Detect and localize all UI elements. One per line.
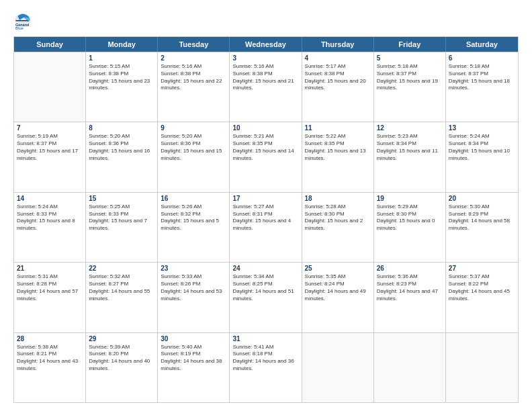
day-number: 15: [89, 195, 154, 202]
calendar-cell-day-1: 1Sunrise: 5:15 AM Sunset: 8:38 PM Daylig…: [86, 52, 158, 122]
day-number: 1: [89, 54, 154, 62]
calendar-cell-day-26: 26Sunrise: 5:36 AM Sunset: 8:23 PM Dayli…: [374, 263, 446, 332]
day-number: 7: [17, 124, 83, 132]
calendar-cell-empty: [302, 333, 374, 402]
cell-info: Sunrise: 5:36 AM Sunset: 8:23 PM Dayligh…: [377, 273, 443, 302]
day-number: 27: [449, 265, 515, 272]
day-number: 20: [449, 195, 515, 202]
svg-text:Blue: Blue: [15, 26, 24, 30]
calendar-cell-day-22: 22Sunrise: 5:32 AM Sunset: 8:27 PM Dayli…: [86, 263, 158, 332]
calendar-cell-day-20: 20Sunrise: 5:30 AM Sunset: 8:29 PM Dayli…: [446, 193, 518, 262]
day-number: 4: [305, 54, 371, 62]
cell-info: Sunrise: 5:16 AM Sunset: 8:38 PM Dayligh…: [232, 63, 298, 92]
cell-info: Sunrise: 5:28 AM Sunset: 8:30 PM Dayligh…: [305, 203, 371, 232]
calendar-row-3: 14Sunrise: 5:24 AM Sunset: 8:33 PM Dayli…: [14, 192, 518, 262]
day-number: 13: [449, 124, 515, 132]
cell-info: Sunrise: 5:32 AM Sunset: 8:27 PM Dayligh…: [89, 273, 154, 302]
calendar-cell-day-25: 25Sunrise: 5:35 AM Sunset: 8:24 PM Dayli…: [302, 263, 374, 332]
cell-info: Sunrise: 5:30 AM Sunset: 8:29 PM Dayligh…: [449, 203, 515, 232]
day-number: 8: [89, 124, 154, 132]
calendar-cell-day-2: 2Sunrise: 5:16 AM Sunset: 8:38 PM Daylig…: [158, 52, 230, 122]
cell-info: Sunrise: 5:24 AM Sunset: 8:34 PM Dayligh…: [449, 133, 515, 162]
cell-info: Sunrise: 5:27 AM Sunset: 8:31 PM Dayligh…: [232, 203, 298, 232]
calendar-cell-day-24: 24Sunrise: 5:34 AM Sunset: 8:25 PM Dayli…: [230, 263, 302, 332]
cell-info: Sunrise: 5:24 AM Sunset: 8:33 PM Dayligh…: [17, 203, 83, 232]
cell-info: Sunrise: 5:41 AM Sunset: 8:18 PM Dayligh…: [232, 344, 298, 373]
calendar-cell-day-6: 6Sunrise: 5:18 AM Sunset: 8:37 PM Daylig…: [446, 52, 518, 122]
day-number: 28: [17, 335, 83, 342]
day-number: 31: [232, 335, 298, 342]
calendar-cell-day-11: 11Sunrise: 5:22 AM Sunset: 8:35 PM Dayli…: [302, 122, 374, 191]
calendar: SundayMondayTuesdayWednesdayThursdayFrid…: [13, 36, 519, 403]
cell-info: Sunrise: 5:16 AM Sunset: 8:38 PM Dayligh…: [161, 63, 226, 92]
day-number: 21: [17, 265, 83, 272]
cell-info: Sunrise: 5:22 AM Sunset: 8:35 PM Dayligh…: [305, 133, 371, 162]
calendar-body: 1Sunrise: 5:15 AM Sunset: 8:38 PM Daylig…: [14, 52, 518, 402]
day-number: 5: [377, 54, 443, 62]
calendar-cell-empty: [446, 333, 518, 402]
calendar-row-5: 28Sunrise: 5:38 AM Sunset: 8:21 PM Dayli…: [14, 332, 518, 402]
calendar-cell-day-4: 4Sunrise: 5:17 AM Sunset: 8:38 PM Daylig…: [302, 52, 374, 122]
logo-icon: General Blue: [13, 11, 32, 30]
weekday-header-friday: Friday: [374, 37, 446, 52]
calendar-row-2: 7Sunrise: 5:19 AM Sunset: 8:37 PM Daylig…: [14, 122, 518, 191]
day-number: 25: [305, 265, 371, 272]
day-number: 23: [161, 265, 226, 272]
day-number: 2: [161, 54, 226, 62]
cell-info: Sunrise: 5:15 AM Sunset: 8:38 PM Dayligh…: [89, 63, 154, 92]
day-number: 12: [377, 124, 443, 132]
day-number: 14: [17, 195, 83, 202]
day-number: 3: [232, 54, 298, 62]
day-number: 9: [161, 124, 226, 132]
calendar-cell-day-16: 16Sunrise: 5:26 AM Sunset: 8:32 PM Dayli…: [158, 193, 230, 262]
cell-info: Sunrise: 5:33 AM Sunset: 8:26 PM Dayligh…: [161, 273, 226, 302]
svg-rect-2: [15, 20, 28, 21]
header: General Blue: [13, 11, 519, 30]
weekday-header-tuesday: Tuesday: [158, 37, 230, 52]
calendar-cell-day-31: 31Sunrise: 5:41 AM Sunset: 8:18 PM Dayli…: [230, 333, 302, 402]
weekday-header-monday: Monday: [86, 37, 158, 52]
day-number: 22: [89, 265, 154, 272]
cell-info: Sunrise: 5:26 AM Sunset: 8:32 PM Dayligh…: [161, 203, 226, 232]
weekday-header-wednesday: Wednesday: [230, 37, 302, 52]
calendar-cell-day-12: 12Sunrise: 5:23 AM Sunset: 8:34 PM Dayli…: [374, 122, 446, 191]
calendar-cell-day-8: 8Sunrise: 5:20 AM Sunset: 8:36 PM Daylig…: [86, 122, 158, 191]
day-number: 30: [161, 335, 226, 342]
day-number: 26: [377, 265, 443, 272]
calendar-cell-empty: [374, 333, 446, 402]
calendar-header: SundayMondayTuesdayWednesdayThursdayFrid…: [14, 37, 518, 52]
calendar-cell-day-3: 3Sunrise: 5:16 AM Sunset: 8:38 PM Daylig…: [230, 52, 302, 122]
calendar-cell-day-7: 7Sunrise: 5:19 AM Sunset: 8:37 PM Daylig…: [14, 122, 86, 191]
cell-info: Sunrise: 5:29 AM Sunset: 8:30 PM Dayligh…: [377, 203, 443, 232]
day-number: 17: [232, 195, 298, 202]
day-number: 19: [377, 195, 443, 202]
cell-info: Sunrise: 5:17 AM Sunset: 8:38 PM Dayligh…: [305, 63, 371, 92]
cell-info: Sunrise: 5:31 AM Sunset: 8:28 PM Dayligh…: [17, 273, 83, 302]
calendar-cell-day-28: 28Sunrise: 5:38 AM Sunset: 8:21 PM Dayli…: [14, 333, 86, 402]
calendar-cell-day-9: 9Sunrise: 5:20 AM Sunset: 8:36 PM Daylig…: [158, 122, 230, 191]
calendar-cell-day-30: 30Sunrise: 5:40 AM Sunset: 8:19 PM Dayli…: [158, 333, 230, 402]
day-number: 6: [449, 54, 515, 62]
calendar-cell-day-14: 14Sunrise: 5:24 AM Sunset: 8:33 PM Dayli…: [14, 193, 86, 262]
calendar-cell-day-21: 21Sunrise: 5:31 AM Sunset: 8:28 PM Dayli…: [14, 263, 86, 332]
calendar-row-4: 21Sunrise: 5:31 AM Sunset: 8:28 PM Dayli…: [14, 262, 518, 332]
cell-info: Sunrise: 5:19 AM Sunset: 8:37 PM Dayligh…: [17, 133, 83, 162]
cell-info: Sunrise: 5:39 AM Sunset: 8:20 PM Dayligh…: [89, 344, 154, 373]
cell-info: Sunrise: 5:38 AM Sunset: 8:21 PM Dayligh…: [17, 344, 83, 373]
calendar-cell-day-19: 19Sunrise: 5:29 AM Sunset: 8:30 PM Dayli…: [374, 193, 446, 262]
calendar-cell-day-10: 10Sunrise: 5:21 AM Sunset: 8:35 PM Dayli…: [230, 122, 302, 191]
cell-info: Sunrise: 5:40 AM Sunset: 8:19 PM Dayligh…: [161, 344, 226, 373]
page: General Blue SundayMondayTuesdayWednesda…: [0, 0, 532, 411]
day-number: 11: [305, 124, 371, 132]
calendar-cell-day-13: 13Sunrise: 5:24 AM Sunset: 8:34 PM Dayli…: [446, 122, 518, 191]
calendar-cell-day-17: 17Sunrise: 5:27 AM Sunset: 8:31 PM Dayli…: [230, 193, 302, 262]
weekday-header-thursday: Thursday: [302, 37, 374, 52]
calendar-cell-day-27: 27Sunrise: 5:37 AM Sunset: 8:22 PM Dayli…: [446, 263, 518, 332]
cell-info: Sunrise: 5:21 AM Sunset: 8:35 PM Dayligh…: [232, 133, 298, 162]
day-number: 10: [232, 124, 298, 132]
logo: General Blue: [13, 11, 35, 30]
day-number: 18: [305, 195, 371, 202]
day-number: 24: [232, 265, 298, 272]
cell-info: Sunrise: 5:18 AM Sunset: 8:37 PM Dayligh…: [449, 63, 515, 92]
calendar-row-1: 1Sunrise: 5:15 AM Sunset: 8:38 PM Daylig…: [14, 52, 518, 122]
